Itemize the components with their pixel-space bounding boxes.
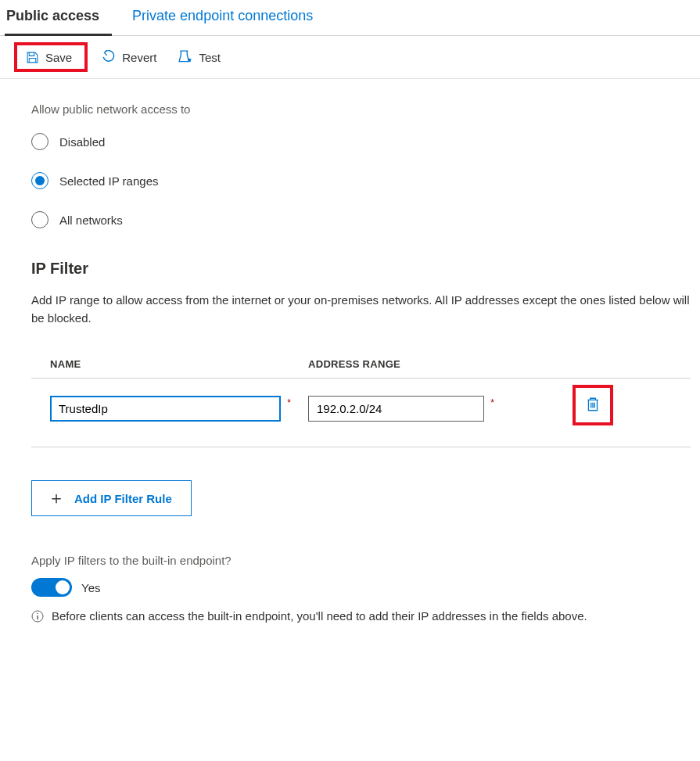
toggle-value-label: Yes [81,581,100,594]
network-access-label: Allow public network access to [31,102,691,116]
info-message: Before clients can access the built-in e… [31,608,691,628]
trash-icon [586,397,600,415]
radio-disabled[interactable]: Disabled [31,133,691,150]
column-name: NAME [50,358,308,370]
apply-filters-toggle-row: Yes [31,578,691,597]
radio-selected-ip[interactable]: Selected IP ranges [31,172,691,189]
delete-row-button[interactable] [573,385,613,425]
ip-filter-row: * * [31,379,691,447]
toolbar: Save Revert Tes [0,36,700,79]
content-area: Allow public network access to Disabled … [0,79,700,644]
info-icon [31,610,44,628]
add-ip-filter-rule-button[interactable]: ＋ Add IP Filter Rule [31,480,192,516]
save-label: Save [45,51,72,64]
radio-all-networks[interactable]: All networks [31,211,691,228]
toggle-knob [56,580,70,594]
radio-circle-icon [31,172,48,189]
test-button[interactable]: Test [171,45,228,69]
column-address-range: ADDRESS RANGE [308,358,566,370]
ip-filter-heading: IP Filter [31,260,691,278]
ip-filter-description: Add IP range to allow access from the in… [31,292,691,327]
add-rule-label: Add IP Filter Rule [74,492,172,505]
apply-filters-label: Apply IP filters to the built-in endpoin… [31,554,691,567]
info-text: Before clients can access the built-in e… [52,608,587,626]
tab-public-access[interactable]: Public access [5,0,112,36]
address-range-input[interactable] [308,396,484,422]
apply-filters-toggle[interactable] [31,578,72,597]
network-access-radio-group: Disabled Selected IP ranges All networks [31,133,691,228]
required-indicator: * [490,397,494,408]
revert-label: Revert [122,51,156,64]
radio-label-selected-ip: Selected IP ranges [59,174,158,188]
radio-circle-icon [31,211,48,228]
name-input-wrap: * [50,396,308,422]
tab-private-endpoint[interactable]: Private endpoint connections [131,0,325,35]
ip-filter-table-header: NAME ADDRESS RANGE [31,358,691,379]
revert-button[interactable]: Revert [94,45,164,69]
radio-circle-icon [31,133,48,150]
tabs-bar: Public access Private endpoint connectio… [0,0,700,36]
save-button[interactable]: Save [14,42,88,72]
test-label: Test [199,51,221,64]
save-icon [25,50,39,64]
plus-icon: ＋ [48,490,65,507]
address-input-wrap: * [308,396,566,422]
radio-label-all: All networks [59,214,123,227]
name-input[interactable] [50,396,281,422]
test-icon [178,50,192,64]
radio-label-disabled: Disabled [59,135,105,149]
required-indicator: * [287,397,291,408]
revert-icon [102,50,116,64]
